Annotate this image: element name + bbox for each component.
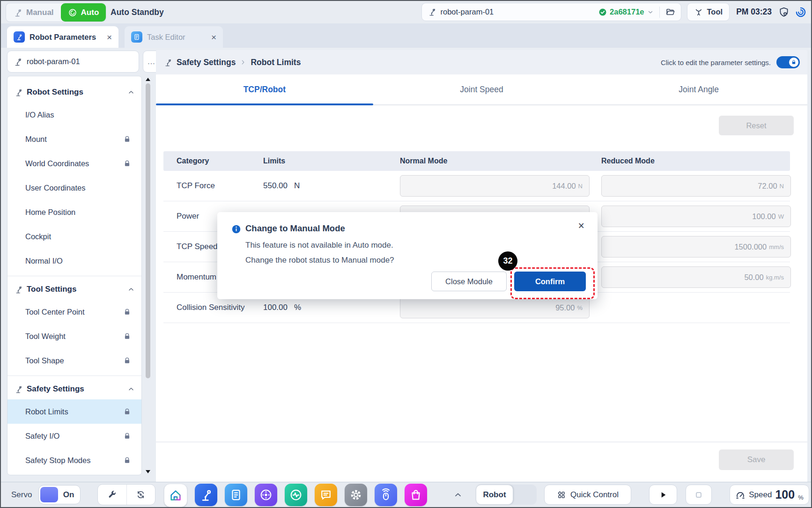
wrench-icon — [107, 490, 117, 500]
servo-state: On — [57, 486, 80, 504]
robot-parameters-tab-icon — [14, 31, 25, 43]
close-module-button[interactable]: Close Module — [431, 272, 507, 291]
speed-control[interactable]: Speed 100 % — [730, 485, 809, 505]
monitoring-app-icon[interactable] — [285, 484, 307, 506]
commit-hash-dropdown[interactable]: 2a68171e — [598, 7, 653, 16]
sidebar-scrollbar[interactable] — [144, 76, 152, 475]
safety-user-icon[interactable] — [778, 7, 790, 18]
sidebar-item-tool-shape[interactable]: Tool Shape — [7, 348, 141, 373]
sidebar-item-robot-limits[interactable]: Robot Limits — [7, 399, 141, 424]
reduced-mode-input-tcp-force[interactable]: 72.00N — [601, 175, 791, 197]
close-tab-icon[interactable]: × — [211, 33, 216, 42]
active-tab-underline — [156, 103, 373, 105]
sidebar-section-title: Tool Settings — [27, 285, 76, 294]
tab-joint-speed[interactable]: Joint Speed — [373, 74, 591, 104]
manual-mode-label: Manual — [26, 8, 54, 17]
tab-task-editor[interactable]: Task Editor × — [125, 26, 223, 48]
grid-icon — [557, 490, 566, 500]
dock-expand-chevron-icon[interactable] — [453, 490, 463, 500]
sidebar-item-tool-center-point[interactable]: Tool Center Point — [7, 300, 141, 324]
sidebar-item-normal-i-o[interactable]: Normal I/O — [7, 249, 141, 273]
tab-tcp-robot[interactable]: TCP/Robot — [156, 74, 373, 104]
robot-params-app-icon[interactable] — [195, 484, 217, 506]
settings-app-icon[interactable] — [345, 484, 367, 506]
sidebar-item-label: User Coordinates — [25, 184, 85, 192]
column-header-category: Category — [163, 157, 263, 165]
sidebar-param-name: robot-param-01 — [27, 57, 80, 66]
robot-sim-toggle[interactable]: Robot — [476, 485, 537, 505]
manual-mode-button[interactable]: Manual — [6, 3, 61, 22]
sidebar-item-cockpit[interactable]: Cockpit — [7, 224, 141, 249]
normal-mode-input-tcp-force[interactable]: 144.00N — [400, 175, 590, 197]
scroll-up-arrow[interactable] — [146, 78, 150, 81]
reset-button[interactable]: Reset — [719, 116, 794, 135]
table-row-tcp-force: TCP Force550.00N144.00N72.00N — [163, 171, 790, 201]
dialog-close-icon[interactable]: × — [578, 221, 584, 231]
robot-arm-icon — [14, 385, 23, 394]
edit-lock-toggle[interactable] — [776, 56, 800, 68]
sidebar-item-tool-weight[interactable]: Tool Weight — [7, 324, 141, 348]
sidebar-section-safety-settings[interactable]: Safety Settings — [7, 379, 141, 399]
quick-control-label: Quick Control — [570, 490, 619, 500]
speed-value: 100 — [775, 488, 795, 501]
reduced-mode-input-power[interactable]: 100.00W — [601, 206, 791, 227]
normal-mode-input-collision-sensitivity[interactable]: 95.00% — [400, 297, 590, 318]
sidebar-param-name-box[interactable]: robot-param-01 — [7, 51, 139, 73]
scrollbar-thumb[interactable] — [146, 83, 150, 378]
sidebar-item-label: Home Position — [25, 208, 75, 217]
chevron-up-icon — [127, 88, 135, 96]
dialog-message-line2: Change the robot status to Manual mode? — [245, 256, 394, 265]
sidebar-item-mount[interactable]: Mount — [7, 127, 141, 151]
sidebar-item-safety-stop-modes[interactable]: Safety Stop Modes — [7, 448, 141, 472]
clock: PM 03:23 — [736, 7, 772, 17]
parameter-file-selector[interactable]: robot-param-01 2a68171e — [421, 3, 681, 21]
close-tab-icon[interactable]: × — [107, 33, 112, 42]
speed-gauge-icon — [735, 490, 746, 500]
lock-icon — [123, 357, 131, 365]
open-file-icon[interactable] — [665, 7, 675, 17]
sidebar-item-safety-i-o[interactable]: Safety I/O — [7, 424, 141, 448]
tool-button[interactable]: Tool — [687, 3, 730, 21]
save-button[interactable]: Save — [719, 449, 794, 470]
reduced-mode-input-tcp-speed[interactable]: 1500.000mm/s — [601, 236, 791, 258]
sidebar-section-tool-settings[interactable]: Tool Settings — [7, 279, 141, 300]
sync-position-button[interactable] — [126, 485, 155, 505]
remote-glyph-icon — [379, 488, 393, 502]
sidebar-item-home-position[interactable]: Home Position — [7, 200, 141, 224]
robot-arm-icon — [163, 58, 172, 67]
tool-icon — [694, 7, 703, 17]
servo-label: Servo — [11, 482, 32, 507]
robot-status-text: Auto Standby — [111, 1, 164, 23]
reduced-mode-input-momentum[interactable]: 50.00kg.m/s — [601, 266, 791, 288]
sidebar-item-user-coordinates[interactable]: User Coordinates — [7, 176, 141, 200]
sidebar-item-label: Safety Stop Modes — [25, 456, 90, 465]
sidebar-item-world-coordinates[interactable]: World Coordinates — [7, 151, 141, 176]
tab-joint-angle[interactable]: Joint Angle — [590, 74, 807, 104]
auto-mode-button[interactable]: Auto — [61, 3, 106, 22]
store-app-icon[interactable] — [405, 484, 427, 506]
confirm-button[interactable]: Confirm — [514, 272, 586, 291]
workcell-tools-button[interactable] — [98, 485, 126, 505]
recovery-icon[interactable] — [795, 7, 806, 18]
jog-app-icon[interactable] — [255, 484, 277, 506]
page-header: Safety Settings Robot Limits Click to ed… — [156, 50, 807, 74]
sidebar-item-label: I/O Alias — [25, 110, 54, 119]
remote-app-icon[interactable] — [375, 484, 397, 506]
sidebar-section-title: Safety Settings — [27, 384, 84, 394]
servo-toggle[interactable]: On — [38, 485, 81, 504]
sidebar-item-i-o-alias[interactable]: I/O Alias — [7, 103, 141, 127]
sidebar-section-robot-settings[interactable]: Robot Settings — [7, 82, 141, 103]
tab-robot-parameters[interactable]: Robot Parameters × — [7, 26, 118, 48]
stop-button[interactable] — [686, 485, 712, 505]
play-button[interactable] — [649, 485, 677, 505]
play-icon — [658, 490, 668, 500]
quick-control-button[interactable]: Quick Control — [544, 485, 631, 505]
home-app-icon[interactable] — [164, 484, 187, 507]
check-circle-icon — [598, 8, 607, 16]
scroll-down-arrow[interactable] — [146, 470, 150, 473]
lock-icon — [123, 432, 131, 440]
task-editor-app-icon[interactable] — [225, 484, 247, 506]
log-app-icon[interactable] — [315, 484, 337, 506]
bag-glyph-icon — [409, 488, 423, 502]
top-bar: Manual Auto Auto Standby robot-param-01 … — [1, 1, 811, 24]
